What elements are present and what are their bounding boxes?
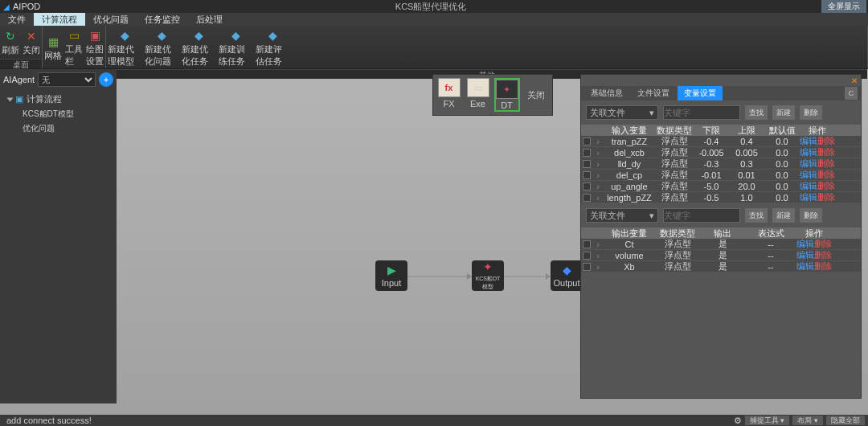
table-row[interactable]: ›del_cp浮点型-0.010.010.0编辑删除 bbox=[581, 170, 861, 181]
row-checkbox[interactable] bbox=[583, 160, 591, 168]
menu-file[interactable]: 文件 bbox=[0, 13, 34, 26]
refresh-button[interactable]: ↻刷新 bbox=[0, 26, 21, 59]
find-button-2[interactable]: 查找 bbox=[745, 208, 768, 223]
row-checkbox[interactable] bbox=[583, 149, 591, 157]
gear-icon[interactable]: ⚙ bbox=[734, 416, 742, 426]
new-proxy-model-button[interactable]: ◆新建代理模型 bbox=[106, 26, 143, 69]
row-checkbox[interactable] bbox=[583, 263, 591, 271]
delete-button-2[interactable]: 删除 bbox=[800, 208, 822, 223]
diamond-icon: ◆ bbox=[227, 27, 244, 43]
node-input[interactable]: ▶ Input bbox=[375, 260, 407, 291]
delete-link[interactable]: 删除 bbox=[817, 169, 835, 181]
related-file-select[interactable]: 关联文件▾ bbox=[586, 105, 658, 120]
tool-dt[interactable]: ✦DT bbox=[494, 78, 520, 112]
diamond-icon: ◆ bbox=[190, 27, 207, 43]
table-row[interactable]: ›length_pZZ浮点型-0.51.00.0编辑删除 bbox=[581, 192, 861, 203]
edit-link[interactable]: 编辑 bbox=[800, 169, 817, 181]
tree-root[interactable]: ▣计算流程 bbox=[3, 92, 113, 107]
fx-icon: fx bbox=[445, 83, 453, 92]
row-checkbox[interactable] bbox=[583, 137, 591, 145]
menu-optim-problem[interactable]: 优化问题 bbox=[85, 13, 137, 26]
canvas-area[interactable]: fxFX ▭Exe ✦DT 关闭 ▶ Input ✦ KCS船DT 模型 ◆ O… bbox=[117, 69, 868, 403]
output-variables-table: 输出变量 数据类型 输出 表达式 操作 ›Ct浮点型是--编辑删除›volume… bbox=[581, 227, 861, 272]
tree-item-kcs-dt[interactable]: KCS船DT模型 bbox=[3, 107, 113, 121]
delete-link[interactable]: 删除 bbox=[814, 249, 832, 261]
tool-fx[interactable]: fxFX bbox=[436, 78, 462, 112]
snap-tool-button[interactable]: 捕捉工具 ▾ bbox=[745, 416, 790, 425]
edit-link[interactable]: 编辑 bbox=[800, 180, 817, 192]
tab-variable-settings[interactable]: 变量设置 bbox=[678, 86, 723, 100]
tool-exe[interactable]: ▭Exe bbox=[465, 78, 491, 112]
chevron-down-icon: ▾ bbox=[649, 211, 654, 221]
table-row[interactable]: ›Ct浮点型是--编辑删除 bbox=[581, 239, 861, 250]
delete-link[interactable]: 删除 bbox=[817, 191, 835, 203]
edit-link[interactable]: 编辑 bbox=[800, 146, 817, 158]
keyword-input-2[interactable] bbox=[663, 208, 740, 223]
edit-link[interactable]: 编辑 bbox=[800, 158, 817, 170]
related-file-select-2[interactable]: 关联文件▾ bbox=[586, 208, 658, 223]
new-button-2[interactable]: 新建 bbox=[772, 208, 795, 223]
tool-close[interactable]: 关闭 bbox=[523, 78, 549, 112]
delete-button[interactable]: 删除 bbox=[800, 105, 822, 120]
tab-file-settings[interactable]: 文件设置 bbox=[631, 86, 676, 100]
row-checkbox[interactable] bbox=[583, 171, 591, 179]
menu-task-monitor[interactable]: 任务监控 bbox=[137, 13, 188, 26]
toolbar-button[interactable]: ▭工具栏 bbox=[63, 26, 84, 69]
table-row[interactable]: ›lld_dy浮点型-0.30.30.0编辑删除 bbox=[581, 158, 861, 170]
row-checkbox[interactable] bbox=[583, 240, 591, 248]
tree-item-optim[interactable]: 优化问题 bbox=[3, 121, 113, 136]
fullscreen-button[interactable]: 全屏显示 bbox=[821, 0, 866, 13]
status-message: add connect success! bbox=[0, 416, 92, 425]
table-row[interactable]: ›volume浮点型是--编辑删除 bbox=[581, 250, 861, 261]
plus-icon: + bbox=[104, 75, 108, 84]
table-row[interactable]: ›tran_pZZ浮点型-0.40.40.0编辑删除 bbox=[581, 136, 861, 147]
chevron-down-icon: ▾ bbox=[649, 108, 654, 118]
new-optim-problem-button[interactable]: ◆新建优化问题 bbox=[143, 26, 180, 69]
delete-link[interactable]: 删除 bbox=[814, 238, 832, 250]
table-row[interactable]: ›up_angle浮点型-5.020.00.0编辑删除 bbox=[581, 181, 861, 192]
new-optim-task-button[interactable]: ◆新建优化任务 bbox=[180, 26, 217, 69]
edit-link[interactable]: 编辑 bbox=[796, 249, 814, 261]
tab-basic-info[interactable]: 基础信息 bbox=[584, 86, 629, 100]
hide-all-button[interactable]: 隐藏全部 bbox=[826, 416, 865, 425]
table-row[interactable]: ›del_xcb浮点型-0.0050.0050.0编辑删除 bbox=[581, 147, 861, 158]
panel-close-button[interactable]: ✕ bbox=[851, 76, 858, 85]
menu-postprocess[interactable]: 后处理 bbox=[188, 13, 231, 26]
edit-link[interactable]: 编辑 bbox=[800, 191, 817, 203]
delete-link[interactable]: 删除 bbox=[814, 260, 832, 272]
new-eval-task-button[interactable]: ◆新建评估任务 bbox=[254, 26, 291, 69]
menu-compute-flow[interactable]: 计算流程 bbox=[34, 13, 85, 26]
delete-link[interactable]: 删除 bbox=[817, 146, 835, 158]
delete-link[interactable]: 删除 bbox=[817, 180, 835, 192]
row-checkbox[interactable] bbox=[583, 194, 591, 202]
aiagent-select[interactable]: 无 bbox=[38, 72, 96, 87]
diamond-icon: ◆ bbox=[117, 27, 133, 43]
edit-link[interactable]: 编辑 bbox=[800, 135, 817, 147]
table-row[interactable]: ›Xb浮点型是--编辑删除 bbox=[581, 261, 861, 272]
exe-icon: ▭ bbox=[474, 83, 482, 93]
add-agent-button[interactable]: + bbox=[99, 72, 113, 87]
plot-settings-button[interactable]: ▣绘图设置 bbox=[84, 26, 105, 69]
layout-button[interactable]: 布局 ▾ bbox=[792, 416, 823, 425]
node-type-toolbar: fxFX ▭Exe ✦DT 关闭 bbox=[432, 74, 553, 116]
new-training-task-button[interactable]: ◆新建训练任务 bbox=[217, 26, 254, 69]
refresh-icon: ↻ bbox=[2, 28, 18, 44]
link-model-output bbox=[504, 273, 551, 280]
diamond-icon: ◆ bbox=[264, 27, 280, 43]
delete-link[interactable]: 删除 bbox=[817, 158, 835, 170]
edit-link[interactable]: 编辑 bbox=[796, 238, 814, 250]
ribbon: ↻刷新 ✕关闭 桌面 ▦网格 ▭工具栏 ▣绘图设置 画布 ◆新建代理模型 ◆新建… bbox=[0, 26, 868, 69]
node-model[interactable]: ✦ KCS船DT 模型 bbox=[472, 260, 504, 291]
node-output[interactable]: ◆ Output bbox=[551, 260, 583, 291]
row-checkbox[interactable] bbox=[583, 252, 591, 260]
close-desktop-button[interactable]: ✕关闭 bbox=[21, 26, 42, 59]
row-checkbox[interactable] bbox=[583, 182, 591, 190]
keyword-input[interactable] bbox=[663, 105, 740, 120]
grid-button[interactable]: ▦网格 bbox=[43, 26, 63, 69]
find-button[interactable]: 查找 bbox=[745, 105, 768, 120]
panel-circle-button[interactable]: C bbox=[845, 87, 858, 100]
new-button[interactable]: 新建 bbox=[772, 105, 795, 120]
delete-link[interactable]: 删除 bbox=[817, 135, 835, 147]
link-input-model bbox=[407, 273, 472, 280]
edit-link[interactable]: 编辑 bbox=[796, 260, 814, 272]
